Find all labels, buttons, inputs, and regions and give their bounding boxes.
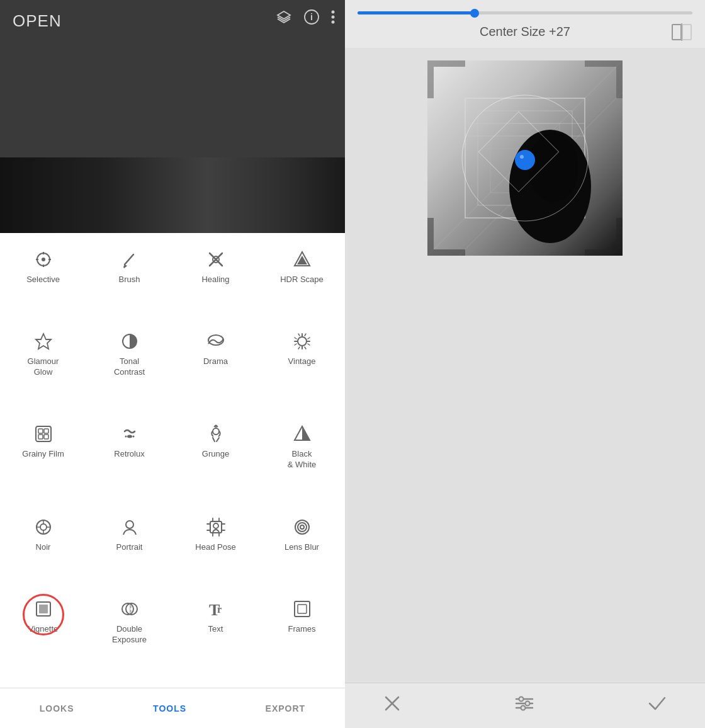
svg-point-23 bbox=[125, 436, 127, 438]
svg-rect-17 bbox=[36, 426, 51, 441]
confirm-button[interactable] bbox=[647, 694, 667, 717]
tool-vignette[interactable]: Vignette bbox=[0, 589, 86, 681]
drama-label: Drama bbox=[203, 356, 228, 367]
frames-label: Frames bbox=[288, 624, 315, 635]
svg-rect-20 bbox=[38, 435, 43, 439]
svg-point-66 bbox=[520, 155, 524, 159]
adjust-button[interactable] bbox=[514, 694, 535, 717]
tool-portrait[interactable]: Portrait bbox=[86, 507, 172, 589]
grunge-label: Grunge bbox=[202, 449, 229, 460]
svg-rect-19 bbox=[44, 429, 48, 433]
glamour-icon bbox=[33, 330, 54, 353]
compare-icon[interactable] bbox=[671, 23, 692, 41]
svg-point-25 bbox=[213, 428, 219, 435]
tool-frames[interactable]: Frames bbox=[259, 589, 345, 681]
more-icon[interactable] bbox=[331, 9, 335, 29]
retrolux-label: Retrolux bbox=[114, 449, 144, 460]
tab-looks[interactable]: LOOKS bbox=[27, 697, 87, 720]
svg-point-72 bbox=[519, 697, 524, 702]
tool-grunge[interactable]: Grunge bbox=[172, 414, 259, 506]
svg-point-35 bbox=[213, 523, 218, 528]
header-icons: i bbox=[276, 9, 335, 30]
cancel-button[interactable] bbox=[383, 694, 402, 717]
right-panel: Center Size +27 bbox=[345, 0, 705, 728]
svg-point-24 bbox=[132, 436, 134, 438]
svg-point-22 bbox=[127, 435, 132, 438]
retrolux-icon bbox=[120, 423, 140, 445]
glamour-label: GlamourGlow bbox=[28, 356, 59, 378]
tonal-label: TonalContrast bbox=[114, 356, 145, 378]
photo-svg bbox=[427, 60, 623, 256]
tab-tools[interactable]: TOOLS bbox=[140, 697, 199, 720]
layers-icon[interactable] bbox=[276, 9, 292, 30]
svg-point-6 bbox=[42, 258, 45, 261]
noir-icon bbox=[33, 516, 54, 538]
svg-point-4 bbox=[332, 21, 335, 24]
slider-track[interactable] bbox=[358, 11, 692, 14]
bottom-tabs: LOOKS TOOLS EXPORT bbox=[0, 688, 345, 728]
tool-doubleexposure[interactable]: DoubleExposure bbox=[86, 589, 172, 681]
grainy-icon bbox=[33, 423, 54, 445]
bottom-action-bar bbox=[345, 683, 705, 728]
tool-tonal[interactable]: TonalContrast bbox=[86, 321, 172, 414]
hdr-icon bbox=[292, 248, 312, 271]
svg-point-15 bbox=[208, 335, 223, 345]
svg-rect-46 bbox=[298, 605, 307, 613]
lensblur-label: Lens Blur bbox=[285, 542, 319, 553]
portrait-icon bbox=[120, 516, 140, 538]
svg-point-28 bbox=[40, 524, 47, 530]
info-icon[interactable]: i bbox=[303, 9, 320, 30]
tool-headpose[interactable]: Head Pose bbox=[172, 507, 259, 589]
svg-rect-40 bbox=[39, 605, 48, 613]
tab-export[interactable]: EXPORT bbox=[253, 697, 319, 720]
open-label[interactable]: OPEN bbox=[13, 11, 62, 31]
tool-retrolux[interactable]: Retrolux bbox=[86, 414, 172, 506]
tool-selective[interactable]: Selective bbox=[0, 239, 86, 321]
svg-rect-47 bbox=[672, 25, 681, 40]
tool-bw[interactable]: Black& White bbox=[259, 414, 345, 506]
tool-text[interactable]: T r Text bbox=[172, 589, 259, 681]
tool-grainy[interactable]: Grainy Film bbox=[0, 414, 86, 506]
vignette-icon bbox=[33, 598, 54, 620]
svg-point-73 bbox=[526, 702, 530, 706]
grainy-label: Grainy Film bbox=[22, 449, 64, 460]
selective-label: Selective bbox=[26, 275, 60, 285]
svg-rect-45 bbox=[295, 601, 310, 617]
tool-brush[interactable]: Brush bbox=[86, 239, 172, 321]
tool-healing[interactable]: Healing bbox=[172, 239, 259, 321]
center-size-label: Center Size +27 bbox=[480, 25, 570, 39]
svg-point-65 bbox=[517, 152, 533, 168]
headpose-icon bbox=[206, 516, 226, 538]
vintage-label: Vintage bbox=[288, 356, 316, 367]
grunge-icon bbox=[206, 423, 226, 445]
lensblur-icon bbox=[292, 516, 312, 538]
svg-point-16 bbox=[298, 337, 307, 346]
tool-drama[interactable]: Drama bbox=[172, 321, 259, 414]
tool-vintage[interactable]: Vintage bbox=[259, 321, 345, 414]
healing-label: Healing bbox=[201, 275, 229, 285]
hdr-label: HDR Scape bbox=[280, 275, 324, 285]
slider-fill bbox=[358, 11, 475, 14]
photo-container bbox=[427, 60, 623, 256]
tool-lensblur[interactable]: Lens Blur bbox=[259, 507, 345, 589]
portrait-label: Portrait bbox=[116, 542, 143, 553]
doubleexposure-icon bbox=[120, 598, 140, 620]
tool-hdr[interactable]: HDR Scape bbox=[259, 239, 345, 321]
tool-glamour[interactable]: GlamourGlow bbox=[0, 321, 86, 414]
doubleexposure-label: DoubleExposure bbox=[112, 624, 147, 646]
slider-thumb bbox=[470, 9, 479, 18]
svg-text:i: i bbox=[310, 12, 313, 22]
text-icon: T r bbox=[206, 598, 226, 620]
tool-noir[interactable]: Noir bbox=[0, 507, 86, 589]
photo-image bbox=[427, 60, 623, 256]
svg-point-3 bbox=[332, 16, 335, 19]
bw-icon bbox=[292, 423, 312, 445]
tools-grid: Selective Brush Healing bbox=[0, 233, 345, 688]
svg-rect-48 bbox=[682, 25, 691, 40]
slider-area: Center Size +27 bbox=[345, 0, 705, 48]
drama-icon bbox=[206, 330, 226, 353]
compare-icon-area bbox=[671, 23, 692, 43]
svg-point-2 bbox=[332, 11, 335, 14]
svg-rect-21 bbox=[44, 435, 48, 439]
headpose-label: Head Pose bbox=[195, 542, 235, 553]
